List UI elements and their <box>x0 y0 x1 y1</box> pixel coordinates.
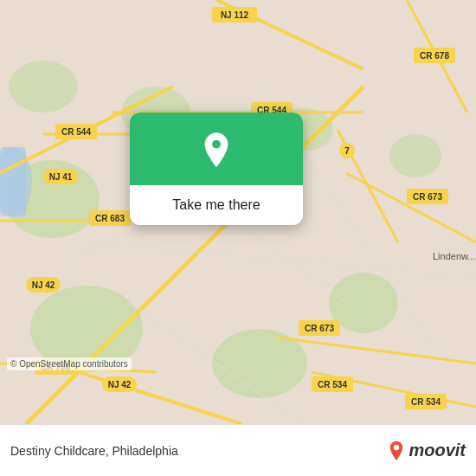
take-me-there-button[interactable]: Take me there <box>130 185 303 225</box>
svg-text:7: 7 <box>344 146 350 156</box>
bottom-bar: Destiny Childcare, Philadelphia moovit <box>0 424 476 476</box>
popup-header <box>130 113 303 185</box>
svg-text:CR 544: CR 544 <box>61 127 91 137</box>
svg-text:CR 673: CR 673 <box>413 192 442 202</box>
svg-point-58 <box>212 140 221 149</box>
moovit-brand-text: moovit <box>408 441 466 460</box>
moovit-logo: moovit <box>386 441 466 461</box>
svg-point-8 <box>9 61 78 113</box>
map-container: NJ 112 CR 544 CR 544 NJ 41 CR 683 7 CR 6… <box>0 0 476 424</box>
popup-card: Take me there <box>130 113 303 225</box>
location-pin-icon <box>197 132 235 170</box>
svg-text:CR 678: CR 678 <box>420 51 449 61</box>
svg-text:NJ 112: NJ 112 <box>221 10 249 20</box>
copyright-text: © OpenStreetMap contributors <box>7 357 132 370</box>
location-name: Destiny Childcare, Philadelphia <box>10 444 178 458</box>
svg-text:CR 673: CR 673 <box>305 324 334 333</box>
svg-text:NJ 42: NJ 42 <box>108 380 132 389</box>
svg-point-59 <box>394 444 399 449</box>
svg-text:NJ 42: NJ 42 <box>32 280 55 290</box>
moovit-pin-icon <box>386 441 407 461</box>
svg-text:Lindenw...: Lindenw... <box>433 251 476 261</box>
svg-point-7 <box>389 134 441 177</box>
svg-text:CR 534: CR 534 <box>318 380 347 389</box>
svg-text:CR 683: CR 683 <box>95 214 125 223</box>
svg-text:NJ 41: NJ 41 <box>49 172 73 182</box>
svg-text:CR 534: CR 534 <box>411 397 441 407</box>
